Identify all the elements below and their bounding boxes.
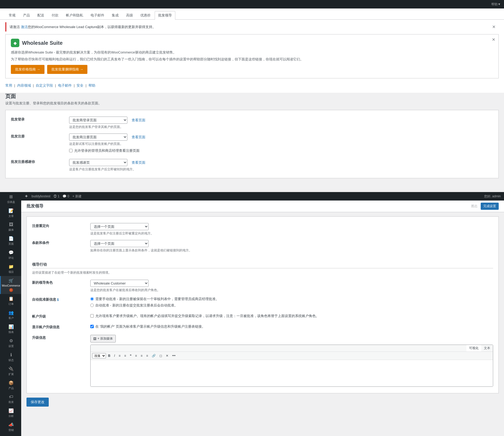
subnav-content-area[interactable]: 内容领域	[17, 83, 31, 87]
reports-icon: 📊	[8, 324, 14, 329]
tab-products[interactable]: 产品	[20, 11, 33, 19]
wholesale-bundle-guide-button[interactable]: 批发批量捆绑指南 →	[47, 65, 88, 74]
notice-close-button[interactable]: ✕	[492, 24, 496, 29]
terms-conditions-select[interactable]: 选择一个页面	[90, 240, 149, 247]
activation-link[interactable]: 激活	[21, 25, 28, 29]
sidebar-item-projects[interactable]: 📁 项目	[0, 262, 21, 276]
image-button[interactable]: ◻	[158, 353, 164, 359]
tab-account-privacy[interactable]: 帐户和隐私	[63, 11, 87, 19]
sidebar-item-label-reports: 报表	[8, 330, 14, 334]
more-options-button[interactable]: •••	[171, 353, 177, 359]
customers-icon: 👥	[8, 310, 14, 315]
wholesale-thankyou-select[interactable]: 批发感谢页	[69, 159, 127, 166]
show-upgrade-checkbox[interactable]	[90, 325, 94, 328]
sidebar-item-wholesale[interactable]: 🏷 批发	[0, 392, 21, 406]
tab-advanced[interactable]: 高级	[123, 11, 136, 19]
pages-section-title: 页面	[5, 93, 499, 100]
wholesale-thankyou-row: 批发注册感谢你 批发感谢页 查看页面 这是客户在注册批发客户后立即被转到的地方。	[11, 157, 493, 174]
lead-settings-table: 注册重定向 选择一个页面 这是批发客户在注册后立即被重定向的地方。 条款和条件	[32, 221, 493, 255]
sidebar-item-appearance[interactable]: 🎨 外观	[0, 434, 21, 436]
help-dropdown[interactable]: 帮助▼	[491, 2, 501, 7]
banner-close-button[interactable]: ✕	[492, 37, 495, 42]
approval-info-icon[interactable]: ℹ	[57, 298, 59, 302]
tab-discount[interactable]: 优惠价	[137, 11, 154, 19]
tab-payment[interactable]: 付款	[48, 11, 62, 19]
inner-comments: 💬 0	[63, 194, 69, 198]
subnav-email[interactable]: 电子邮件	[58, 83, 72, 87]
sidebar-item-label-woocommerce: WooCommerce	[2, 284, 20, 287]
sidebar-item-analytics[interactable]: 📈 分析	[0, 406, 21, 420]
sidebar-item-customers[interactable]: 👥 客户	[0, 308, 21, 322]
tab-shipping[interactable]: 配送	[34, 11, 48, 19]
tab-integration[interactable]: 集成	[108, 11, 122, 19]
sidebar-item-dashboard[interactable]: ⊞ 仪表盘	[0, 192, 21, 206]
account-upgrade-checkbox[interactable]	[90, 314, 94, 318]
analytics-icon: 📈	[8, 408, 14, 413]
tab-email[interactable]: 电子邮件	[87, 11, 108, 19]
bold-button[interactable]: B	[106, 353, 112, 359]
sidebar-item-orders[interactable]: 📋 订单	[0, 294, 21, 308]
wholesale-register-select[interactable]: 批发商注册页面	[69, 134, 127, 141]
remove-format-button[interactable]: ✕	[164, 353, 170, 359]
sidebar-item-comments[interactable]: 💬 评论	[0, 248, 21, 262]
notice-text: 请激活 激活您的WooCommerce Wholesale Lead Captu…	[10, 25, 156, 29]
tab-general[interactable]: 常规	[5, 11, 19, 19]
ordered-list-button[interactable]: ≡	[123, 353, 128, 359]
sidebar-item-extensions[interactable]: 🔌 扩展	[0, 364, 21, 378]
wholesale-login-view-link[interactable]: 查看页面	[132, 118, 145, 123]
add-media-button[interactable]: 🖼 + 添加媒体	[90, 335, 116, 342]
paragraph-select[interactable]: 段落	[92, 353, 106, 358]
media-icon: 🖼	[9, 222, 13, 227]
auto-approval-radio[interactable]	[90, 304, 94, 307]
subnav-security[interactable]: 安全	[77, 83, 83, 87]
wholesale-thankyou-view-link[interactable]: 查看页面	[132, 160, 145, 165]
italic-button[interactable]: I	[113, 353, 117, 359]
sidebar-item-pages[interactable]: 📄 页面	[0, 234, 21, 248]
manual-approval-radio[interactable]	[90, 297, 94, 301]
sidebar-item-woocommerce[interactable]: 🛒 WooCommerce !	[0, 276, 21, 294]
wholesale-thankyou-label: 批发注册感谢你	[11, 157, 69, 174]
sidebar-item-media[interactable]: 🖼 媒体	[0, 220, 21, 234]
unordered-list-button[interactable]: ≡	[117, 353, 122, 359]
align-center-button[interactable]: ≡	[139, 353, 144, 359]
allow-admin-checkbox[interactable]	[69, 149, 73, 152]
wholesale-price-guide-button[interactable]: 批发价格指南 →	[11, 65, 44, 74]
banner-para2: 为了帮助你尽快和尽可能顺利地启动和运行，我们已经为我们的工具发布了一些入门指南，…	[11, 57, 493, 62]
show-upgrade-label: 显示账户升级信息	[32, 322, 90, 333]
sidebar-item-reports[interactable]: 📊 报表	[0, 322, 21, 336]
products-icon: 📦	[8, 380, 14, 385]
sidebar-item-status[interactable]: ℹ 状态	[0, 350, 21, 364]
page-main-content: ✦ buddybostest ⓵ 1 💬 0 + 新建 您好, admin 批发…	[21, 192, 504, 436]
visual-tab[interactable]: 可视化	[466, 345, 481, 352]
subnav-help[interactable]: 帮助	[88, 83, 95, 87]
align-left-button[interactable]: ≡	[133, 353, 139, 359]
projects-icon: 📁	[8, 264, 14, 269]
auto-approve-label: 自动批准新信息 ℹ	[32, 295, 90, 312]
subnav-custom-fields[interactable]: 自定义字段	[36, 83, 53, 87]
sidebar-item-posts[interactable]: 📝 文章	[0, 206, 21, 220]
sidebar-item-settings-woo[interactable]: ⚙ 设置	[0, 336, 21, 350]
align-right-button[interactable]: ≡	[145, 353, 150, 359]
wholesale-register-label: 批发注册	[11, 131, 69, 157]
log-button[interactable]: 图志	[471, 203, 478, 210]
banner-header: ◆ Wholesale Suite	[11, 39, 493, 47]
sidebar-item-marketing[interactable]: 📣 营销	[0, 420, 21, 434]
subnav-general[interactable]: 常用	[5, 83, 12, 87]
save-changes-button[interactable]: 保存更改	[26, 398, 49, 407]
sidebar-item-label-projects: 项目	[8, 270, 14, 274]
wholesale-login-select[interactable]: 批发商登录页面	[69, 117, 127, 124]
complete-setup-button[interactable]: 完成设置	[481, 203, 499, 210]
inner-new[interactable]: + 新建	[72, 194, 81, 199]
new-lead-role-select[interactable]: Wholesale Customer	[90, 280, 149, 287]
registration-redirect-select[interactable]: 选择一个页面	[90, 223, 149, 230]
text-tab[interactable]: 文本	[481, 345, 493, 352]
inner-greeting: 您好, admin	[484, 194, 501, 199]
editor-content-area[interactable]	[91, 360, 493, 386]
sidebar-item-products[interactable]: 📦 产品	[0, 378, 21, 392]
link-button[interactable]: 🔗	[150, 353, 157, 359]
wholesale-register-view-link[interactable]: 查看页面	[132, 135, 145, 140]
upgrade-info-label: 升级信息	[32, 333, 90, 389]
wp-editor-wrap: 可视化 文本 段落 B I	[90, 345, 493, 387]
tab-wholesale-lead[interactable]: 批发领导	[155, 11, 175, 20]
blockquote-button[interactable]: ❝	[128, 353, 133, 359]
